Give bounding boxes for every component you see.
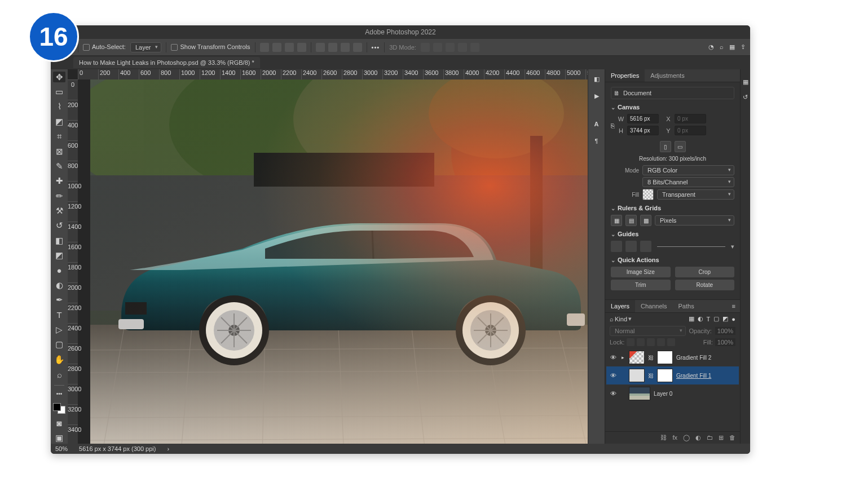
tab-properties[interactable]: Properties (605, 69, 645, 82)
align-top-icon[interactable] (297, 43, 306, 52)
width-field[interactable]: 5616 px (627, 114, 659, 123)
filter-shape-icon[interactable]: ▢ (713, 315, 719, 322)
trash-icon[interactable]: 🗑 (729, 434, 735, 441)
blur-tool[interactable]: ● (53, 265, 65, 276)
distribute-h-icon[interactable] (316, 43, 325, 52)
rulers-section-header[interactable]: Rulers & Grids (611, 205, 734, 211)
lock-all-icon[interactable] (667, 338, 675, 346)
eraser-tool[interactable]: ◧ (53, 235, 65, 246)
align-right-icon[interactable] (285, 43, 294, 52)
mask-icon[interactable]: ◯ (683, 434, 690, 441)
mask-thumb[interactable] (657, 369, 673, 382)
zoom-level[interactable]: 50% (55, 445, 68, 452)
visibility-icon[interactable]: 👁 (610, 372, 616, 379)
layer-row[interactable]: 👁 ⛓ Gradient Fill 1 (606, 366, 739, 384)
fill-field[interactable]: 100% (715, 338, 735, 346)
landscape-icon[interactable]: ▭ (675, 141, 686, 152)
filter-adjust-icon[interactable]: ◐ (698, 315, 703, 322)
gradient-tool[interactable]: ◩ (53, 250, 65, 261)
document-tab[interactable]: How to Make Light Leaks in Photoshop.psd… (73, 57, 260, 68)
filter-smart-icon[interactable]: ◩ (722, 315, 728, 322)
image-size-button[interactable]: Image Size (611, 267, 671, 277)
show-transform-checkbox[interactable]: Show Transform Controls (171, 43, 250, 51)
layer-row[interactable]: 👁 ▸ ⛓ Gradient Fill 2 (606, 348, 739, 366)
marquee-tool[interactable]: ▭ (53, 86, 65, 97)
tab-paths[interactable]: Paths (673, 300, 700, 312)
cloud-docs-icon[interactable]: ◔ (708, 43, 714, 51)
brush-tool[interactable]: ✏ (53, 191, 65, 201)
opacity-field[interactable]: 100% (715, 327, 735, 335)
history-brush-tool[interactable]: ↺ (53, 220, 65, 231)
blend-mode-dropdown[interactable]: Normal (610, 326, 686, 336)
screen-mode-icon[interactable]: ▣ (53, 433, 65, 444)
mask-thumb[interactable] (657, 351, 673, 364)
fill-swatch-icon[interactable] (642, 189, 654, 200)
lock-position-icon[interactable] (647, 338, 655, 346)
paragraph-panel-icon[interactable]: ¶ (592, 136, 602, 146)
stamp-tool[interactable]: ⚒ (53, 205, 65, 216)
color-swatch[interactable] (53, 403, 65, 414)
lock-artboard-icon[interactable] (657, 338, 665, 346)
hand-tool[interactable]: ✋ (53, 354, 65, 365)
lasso-tool[interactable]: ⌇ (53, 101, 65, 112)
zoom-tool[interactable]: ⌕ (53, 369, 65, 380)
portrait-icon[interactable]: ▯ (660, 141, 671, 152)
type-tool[interactable]: T (53, 310, 65, 320)
character-panel-icon[interactable]: A (592, 119, 602, 129)
rotate-button[interactable]: Rotate (675, 280, 735, 290)
filter-type-icon[interactable]: T (707, 316, 711, 322)
share-icon[interactable]: ⇪ (741, 43, 746, 51)
align-left-icon[interactable] (260, 43, 269, 52)
layer-row[interactable]: 👁 Layer 0 (606, 384, 739, 403)
lock-paint-icon[interactable] (637, 338, 645, 346)
libraries-icon[interactable]: ▦ (743, 78, 748, 86)
more-options-icon[interactable]: ••• (372, 44, 380, 51)
panel-menu-icon[interactable]: ≡ (728, 300, 740, 312)
rulers-icon[interactable]: ▦ (611, 215, 622, 226)
tab-adjustments[interactable]: Adjustments (645, 69, 690, 82)
chevron-down-icon[interactable]: ▾ (731, 243, 734, 250)
pen-tool[interactable]: ✒ (53, 295, 65, 306)
edit-toolbar-icon[interactable]: ••• (56, 391, 63, 397)
shape-tool[interactable]: ▢ (53, 339, 65, 350)
move-tool[interactable]: ✥ (53, 72, 65, 82)
layer-name[interactable]: Gradient Fill 2 (676, 355, 711, 361)
path-tool[interactable]: ▷ (53, 324, 65, 335)
link-wh-icon[interactable]: ⎘ (611, 122, 615, 129)
layer-thumb[interactable] (629, 369, 645, 382)
trim-button[interactable]: Trim (611, 280, 671, 290)
guide-icon-2[interactable] (625, 241, 637, 252)
history-icon[interactable]: ↺ (743, 94, 748, 101)
grid-icon[interactable]: ▤ (625, 215, 637, 226)
visibility-icon[interactable]: 👁 (610, 354, 616, 361)
crop-tool[interactable]: ⌗ (53, 131, 65, 142)
layer-name[interactable]: Layer 0 (654, 391, 672, 397)
object-select-tool[interactable]: ◩ (53, 116, 65, 127)
mode-dropdown[interactable]: RGB Color (642, 165, 734, 175)
play-panel-icon[interactable]: ▶ (592, 91, 602, 101)
new-layer-icon[interactable]: ⊞ (719, 434, 724, 441)
canvas-area[interactable]: 0200400600800100012001400160020002200240… (68, 69, 588, 444)
kind-filter-dropdown[interactable]: ⌕Kind▾ (610, 315, 632, 322)
link-layers-icon[interactable]: ⛓ (660, 434, 667, 441)
x-field[interactable]: 0 px (675, 114, 706, 123)
align-center-h-icon[interactable] (272, 43, 281, 52)
distribute-v-icon[interactable] (328, 43, 337, 52)
rulers-unit-dropdown[interactable]: Pixels (655, 215, 734, 226)
search-icon[interactable]: ⌕ (720, 43, 724, 51)
guide-line-style[interactable] (657, 246, 725, 247)
fill-dropdown[interactable]: Transparent (657, 189, 734, 200)
guides-section-header[interactable]: Guides (611, 231, 734, 237)
bits-dropdown[interactable]: 8 Bits/Channel (642, 177, 734, 187)
workspace-icon[interactable]: ▦ (729, 43, 735, 51)
auto-select-checkbox[interactable]: Auto-Select: (83, 43, 126, 51)
y-field[interactable]: 0 px (675, 126, 706, 135)
tab-layers[interactable]: Layers (605, 300, 635, 312)
layer-dropdown[interactable]: Layer (130, 42, 162, 52)
healing-tool[interactable]: ✚ (53, 176, 65, 187)
quick-mask-icon[interactable]: ◙ (53, 418, 65, 428)
group-icon[interactable]: 🗀 (707, 434, 713, 441)
distribute-space-v-icon[interactable] (353, 43, 362, 52)
lock-transparency-icon[interactable] (627, 338, 634, 346)
mask-link-icon[interactable]: ⛓ (648, 355, 654, 361)
